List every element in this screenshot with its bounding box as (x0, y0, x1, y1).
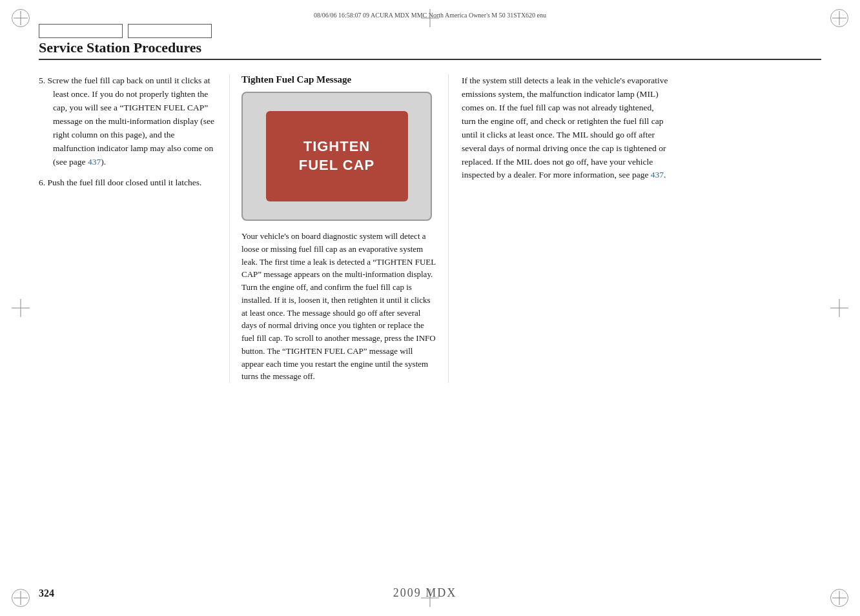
display-line2: FUEL CAP (299, 157, 375, 173)
section-divider (39, 59, 821, 60)
list-item-6: 6. Push the fuel fill door closed until … (39, 176, 216, 190)
page-link-437-left[interactable]: 437 (88, 157, 101, 167)
list-item-5: 5. Screw the fuel fill cap back on until… (39, 74, 216, 169)
corner-mark-tl (12, 9, 30, 27)
tighten-fuel-cap-display-inner: TIGHTEN FUEL CAP (266, 111, 408, 201)
corner-mark-tr (830, 9, 848, 27)
page-footer: 324 2009 MDX (0, 586, 860, 600)
display-line1: TIGHTEN (303, 138, 371, 154)
list-item-6-text: 6. Push the fuel fill door closed until … (39, 178, 201, 187)
main-content: 5. Screw the fuel fill cap back on until… (39, 74, 821, 383)
header-rect-right (128, 24, 212, 38)
middle-column: Tighten Fuel Cap Message TIGHTEN FUEL CA… (229, 74, 449, 383)
top-header: 08/06/06 16:58:07 09 ACURA MDX MMC North… (39, 12, 821, 19)
section-header-area (39, 24, 821, 38)
page-container: 08/06/06 16:58:07 09 ACURA MDX MMC North… (0, 0, 860, 616)
section-title: Service Station Procedures (39, 39, 201, 57)
right-column: If the system still detects a leak in th… (449, 74, 668, 383)
page-link-437-right[interactable]: 437 (651, 170, 664, 180)
right-column-text: If the system still detects a leak in th… (462, 74, 668, 182)
center-right-mark (830, 299, 848, 317)
middle-title: Tighten Fuel Cap Message (241, 74, 436, 85)
middle-body-text: Your vehicle's on board diagnostic syste… (241, 230, 436, 383)
middle-body-content: Your vehicle's on board diagnostic syste… (241, 231, 436, 381)
footer-model: 2009 MDX (393, 586, 457, 600)
page-number: 324 (39, 588, 54, 599)
tighten-fuel-cap-text: TIGHTEN FUEL CAP (299, 138, 375, 174)
header-rect-left (39, 24, 123, 38)
header-meta-text: 08/06/06 16:58:07 09 ACURA MDX MMC North… (65, 12, 795, 19)
left-column: 5. Screw the fuel fill cap back on until… (39, 74, 229, 383)
tighten-fuel-cap-display-box: TIGHTEN FUEL CAP (241, 92, 432, 221)
center-left-mark (12, 299, 30, 317)
list-item-5-text: 5. Screw the fuel fill cap back on until… (39, 76, 214, 167)
